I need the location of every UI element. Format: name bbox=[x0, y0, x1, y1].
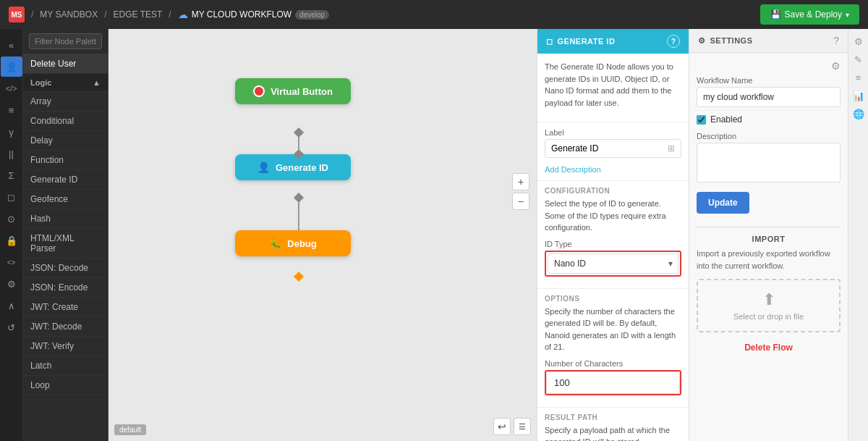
sep3: / bbox=[169, 9, 171, 20]
connector-vb-bottom bbox=[294, 127, 304, 138]
enabled-checkbox[interactable] bbox=[697, 115, 706, 125]
id-type-select[interactable]: UUID Object ID Nano ID bbox=[548, 253, 678, 274]
node-debug[interactable]: 🐛 Debug bbox=[235, 230, 351, 256]
node-panel: ◻ GENERATE ID ? The Generate ID Node all… bbox=[537, 29, 689, 441]
palette-jwt-create[interactable]: JWT: Create bbox=[23, 298, 108, 317]
icon-rail-bars[interactable]: || bbox=[1, 143, 22, 164]
env-badge: develop bbox=[295, 10, 329, 20]
icon-rail-gamma[interactable]: γ bbox=[1, 122, 22, 142]
node-generate-id[interactable]: 👤 Generate ID bbox=[235, 154, 351, 180]
node-help-icon[interactable]: ? bbox=[667, 35, 680, 48]
description-field: Description bbox=[697, 132, 841, 185]
palette-generate-id[interactable]: Generate ID bbox=[23, 170, 108, 190]
description-textarea[interactable] bbox=[697, 143, 841, 182]
options-section-label: OPTIONS bbox=[545, 295, 681, 303]
label-input[interactable] bbox=[551, 143, 668, 154]
icon-rail-loop[interactable]: ↺ bbox=[1, 317, 22, 337]
side-pencil-icon[interactable]: ✎ bbox=[853, 53, 864, 67]
import-section: IMPORT Import a previously exported work… bbox=[697, 227, 841, 332]
delete-flow-button[interactable]: Delete Flow bbox=[697, 338, 841, 357]
virtual-button-label: Virtual Button bbox=[271, 86, 333, 97]
cloud-icon: ☁ bbox=[178, 9, 188, 20]
import-drop-label: Select or drop in file bbox=[708, 312, 829, 321]
breadcrumb-sandbox[interactable]: MY SANDBOX bbox=[40, 9, 98, 20]
num-chars-input-wrapper bbox=[545, 370, 681, 395]
breadcrumb-edge[interactable]: EDGE TEST bbox=[114, 9, 163, 20]
pan-button[interactable]: ↩ bbox=[493, 418, 511, 435]
config-section: CONFIGURATION Select the type of ID to g… bbox=[537, 180, 689, 288]
icon-rail-collapse[interactable]: « bbox=[1, 35, 22, 55]
breadcrumb-current-label: MY CLOUD WORKFLOW bbox=[192, 9, 292, 20]
icon-rail-lock[interactable]: 🔒 bbox=[1, 230, 22, 251]
palette-conditional[interactable]: Conditional bbox=[23, 112, 108, 131]
icon-rail-list[interactable]: ≡ bbox=[1, 100, 22, 120]
settings-help-icon[interactable]: ? bbox=[833, 35, 839, 46]
breadcrumb-current: ☁ MY CLOUD WORKFLOW develop bbox=[178, 9, 329, 20]
palette-geofence[interactable]: Geofence bbox=[23, 190, 108, 209]
config-description: Select the type of ID to generate. Some … bbox=[545, 198, 681, 234]
settings-gear-icon[interactable]: ⚙ bbox=[831, 60, 841, 72]
palette-latch[interactable]: Latch bbox=[23, 356, 108, 376]
workflow-name-input[interactable] bbox=[697, 87, 841, 107]
palette-hash[interactable]: Hash bbox=[23, 209, 108, 229]
label-field-label: Label bbox=[545, 128, 681, 137]
palette-logic-header[interactable]: Logic ▲ bbox=[23, 74, 108, 92]
palette-jwt-decode[interactable]: JWT: Decode bbox=[23, 317, 108, 337]
label-input-icon: ⊞ bbox=[668, 143, 675, 154]
search-input[interactable] bbox=[29, 33, 102, 49]
palette-loop[interactable]: Loop bbox=[23, 376, 108, 395]
update-button[interactable]: Update bbox=[697, 192, 749, 214]
side-list-icon[interactable]: ≡ bbox=[854, 71, 863, 85]
fit-button[interactable]: ☰ bbox=[514, 418, 531, 435]
enabled-row: Enabled bbox=[697, 114, 841, 125]
icon-rail: « 👤 </> ≡ γ || Σ ◻ ⊙ 🔒 <> ⚙ ∧ ↺ bbox=[0, 29, 23, 441]
generate-id-label: Generate ID bbox=[276, 162, 328, 173]
side-chart-icon[interactable]: 📊 bbox=[851, 89, 866, 103]
icon-rail-sigma[interactable]: Σ bbox=[1, 165, 22, 185]
palette-html-xml[interactable]: HTML/XML Parser bbox=[23, 229, 108, 259]
settings-panel: ⚙ SETTINGS ? ⚙ Workflow Name Enabled Des… bbox=[689, 29, 848, 441]
add-description-link[interactable]: Add Description bbox=[545, 165, 601, 174]
sep1: / bbox=[31, 9, 33, 20]
save-deploy-button[interactable]: 💾 Save & Deploy ▾ bbox=[760, 4, 859, 25]
side-globe-icon[interactable]: 🌐 bbox=[851, 107, 866, 121]
icon-rail-gear[interactable]: ⚙ bbox=[1, 274, 22, 294]
palette-json-encode[interactable]: JSON: Encode bbox=[23, 278, 108, 298]
icon-rail-circle[interactable]: ⊙ bbox=[1, 209, 22, 229]
side-gear-icon[interactable]: ⚙ bbox=[853, 35, 864, 49]
num-chars-input[interactable] bbox=[546, 371, 680, 394]
options-description: Specify the number of characters the gen… bbox=[545, 306, 681, 353]
sidebar: « 👤 </> ≡ γ || Σ ◻ ⊙ 🔒 <> ⚙ ∧ ↺ Delete U… bbox=[0, 29, 109, 441]
red-dot-icon bbox=[253, 85, 265, 97]
save-icon: 💾 bbox=[770, 9, 781, 20]
options-section: OPTIONS Specify the number of characters… bbox=[537, 288, 689, 407]
debug-icon: 🐛 bbox=[269, 238, 281, 249]
palette-array[interactable]: Array bbox=[23, 92, 108, 112]
icon-rail-xmltag[interactable]: <> bbox=[1, 252, 22, 272]
zoom-out-button[interactable]: − bbox=[512, 193, 529, 210]
palette-function[interactable]: Function bbox=[23, 151, 108, 170]
connector-gi-bottom bbox=[294, 193, 304, 203]
zoom-in-button[interactable]: + bbox=[512, 173, 529, 190]
palette-inner: Delete User Logic ▲ Array Conditional De… bbox=[23, 29, 108, 441]
icon-rail-box[interactable]: ◻ bbox=[1, 187, 22, 207]
node-panel-description: The Generate ID Node allows you to gener… bbox=[537, 54, 689, 122]
canvas-zoom: + − bbox=[512, 173, 529, 210]
icon-rail-user[interactable]: 👤 bbox=[1, 56, 22, 77]
icon-rail-code[interactable]: </> bbox=[1, 78, 22, 98]
node-virtual-button[interactable]: Virtual Button bbox=[235, 78, 351, 104]
canvas-bottom-tools: ↩ ☰ bbox=[493, 418, 531, 435]
logic-section-label: Logic bbox=[30, 78, 51, 87]
palette-json-decode[interactable]: JSON: Decode bbox=[23, 259, 108, 278]
palette-jwt-verify[interactable]: JWT: Verify bbox=[23, 337, 108, 356]
import-title: IMPORT bbox=[697, 235, 841, 243]
import-dropzone[interactable]: ⬆ Select or drop in file bbox=[697, 279, 841, 332]
label-input-wrapper: ⊞ bbox=[545, 139, 681, 158]
canvas[interactable]: Virtual Button 👤 Generate ID 🐛 Debug + −… bbox=[109, 29, 537, 441]
palette-delay[interactable]: Delay bbox=[23, 131, 108, 151]
generate-id-header-icon: ◻ bbox=[546, 37, 553, 46]
palette-delete-user[interactable]: Delete User bbox=[23, 54, 108, 74]
gear-icon: ⚙ bbox=[698, 36, 706, 46]
icon-rail-latch[interactable]: ∧ bbox=[1, 295, 22, 316]
topbar-left: MS / MY SANDBOX / EDGE TEST / ☁ MY CLOUD… bbox=[9, 7, 329, 22]
